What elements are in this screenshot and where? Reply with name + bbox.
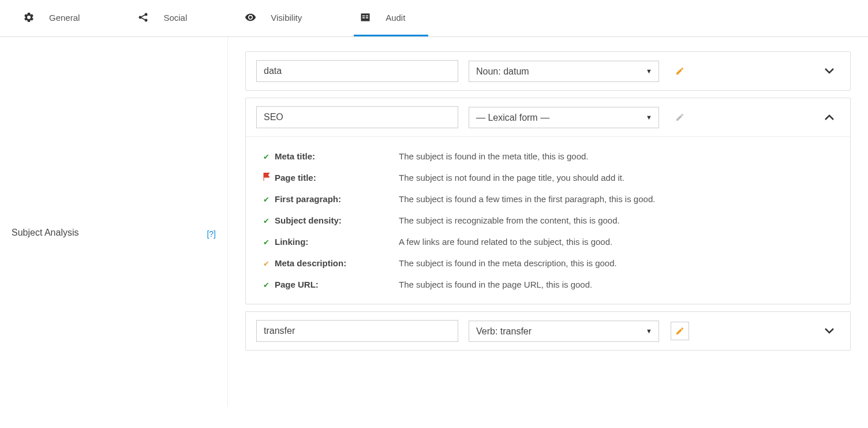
edit-button[interactable] <box>671 62 689 80</box>
check-label: Subject density: <box>275 215 399 225</box>
tab-social[interactable]: Social <box>132 0 210 36</box>
chevron-down-icon[interactable] <box>819 64 840 79</box>
tab-visibility[interactable]: Visibility <box>239 0 325 36</box>
svg-rect-6 <box>362 16 365 17</box>
subject-panel: Noun: datum ▼ <box>245 51 851 91</box>
check-row: ✔ Meta title: The subject is found in th… <box>263 151 833 161</box>
svg-line-4 <box>141 18 145 20</box>
check-ok-icon: ✔ <box>263 238 275 247</box>
section-title: Subject Analysis <box>12 228 79 238</box>
check-label: Meta title: <box>275 151 399 161</box>
pencil-icon <box>675 113 684 122</box>
chevron-down-icon[interactable] <box>819 323 840 338</box>
svg-rect-8 <box>362 17 365 18</box>
keyword-input[interactable] <box>256 320 458 342</box>
check-text: The subject is not found in the page tit… <box>399 173 833 183</box>
flag-icon <box>263 173 275 183</box>
check-text: The subject is found in the meta title, … <box>399 151 833 161</box>
tab-general[interactable]: General <box>17 0 103 36</box>
pencil-icon <box>675 66 684 76</box>
keyword-input[interactable] <box>256 106 458 128</box>
main-panel-area: Noun: datum ▼ — Lexical form — <box>228 37 868 407</box>
tab-label: Visibility <box>271 13 302 23</box>
eye-icon <box>245 12 256 23</box>
check-text: The subject is recognizable from the con… <box>399 215 833 225</box>
check-label: Linking: <box>275 237 399 247</box>
check-row: Page title: The subject is not found in … <box>263 173 833 183</box>
lexical-select-wrap: — Lexical form — ▼ <box>469 107 659 128</box>
tab-label: General <box>49 13 80 23</box>
check-text: A few links are found related to the sub… <box>399 237 833 247</box>
svg-line-3 <box>141 15 145 17</box>
tab-audit[interactable]: Audit <box>354 0 428 36</box>
share-icon <box>137 12 149 23</box>
check-label: Page title: <box>275 173 399 183</box>
check-ok-icon: ✔ <box>263 217 275 225</box>
check-row: ✔ Subject density: The subject is recogn… <box>263 215 833 225</box>
chevron-up-icon[interactable] <box>819 110 840 125</box>
check-ok-icon: ✔ <box>263 152 275 161</box>
panel-body: ✔ Meta title: The subject is found in th… <box>246 136 850 304</box>
lexical-select[interactable]: Verb: transfer <box>469 321 659 342</box>
lexical-select[interactable]: Noun: datum <box>469 61 659 82</box>
check-warn-icon: ✔ <box>263 259 275 268</box>
content-area: Subject Analysis [?] Noun: datum ▼ <box>0 37 868 407</box>
panel-header: — Lexical form — ▼ <box>246 98 850 136</box>
tabs: General Social Visibility Audit <box>0 0 868 37</box>
tab-label: Social <box>163 13 187 23</box>
help-link[interactable]: [?] <box>207 229 216 239</box>
svg-rect-5 <box>361 13 370 21</box>
check-ok-icon: ✔ <box>263 195 275 204</box>
check-row: ✔ Page URL: The subject is found in the … <box>263 280 833 289</box>
check-row: ✔ Meta description: The subject is found… <box>263 258 833 268</box>
check-text: The subject is found in the meta descrip… <box>399 258 833 268</box>
subject-panel: Verb: transfer ▼ <box>245 311 851 351</box>
check-label: Meta description: <box>275 258 399 268</box>
sidebar: Subject Analysis [?] <box>0 37 228 407</box>
panel-header: Noun: datum ▼ <box>246 52 850 90</box>
keyword-input[interactable] <box>256 60 458 82</box>
lexical-select[interactable]: — Lexical form — <box>469 107 659 128</box>
pencil-icon <box>675 326 684 336</box>
check-text: The subject is found a few times in the … <box>399 194 833 204</box>
lexical-select-wrap: Noun: datum ▼ <box>469 61 659 82</box>
tab-label: Audit <box>386 13 405 23</box>
check-label: Page URL: <box>275 280 399 289</box>
check-row: ✔ Linking: A few links are found related… <box>263 237 833 247</box>
check-row: ✔ First paragraph: The subject is found … <box>263 194 833 204</box>
check-ok-icon: ✔ <box>263 281 275 289</box>
edit-button[interactable] <box>671 108 689 126</box>
svg-rect-7 <box>366 16 368 17</box>
check-label: First paragraph: <box>275 194 399 204</box>
gear-icon <box>23 12 35 23</box>
panel-header: Verb: transfer ▼ <box>246 312 850 350</box>
subject-panel: — Lexical form — ▼ ✔ Meta title: The sub… <box>245 98 851 304</box>
audit-icon <box>360 12 371 23</box>
check-text: The subject is found in the page URL, th… <box>399 280 833 289</box>
edit-button[interactable] <box>671 322 689 340</box>
lexical-select-wrap: Verb: transfer ▼ <box>469 321 659 342</box>
svg-rect-9 <box>366 17 368 18</box>
